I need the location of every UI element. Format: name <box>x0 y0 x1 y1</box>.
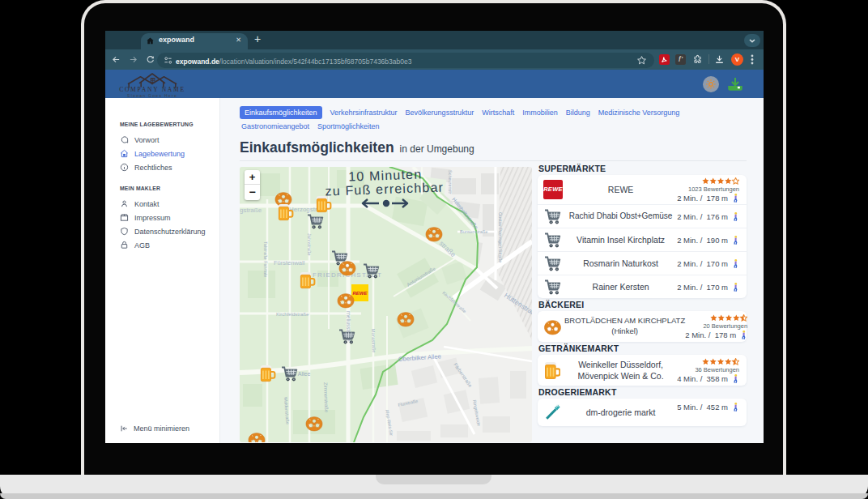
svg-text:Bunsenstraße: Bunsenstraße <box>460 229 487 234</box>
svg-text:gstraße: gstraße <box>240 207 262 214</box>
svg-text:Fürstenwall: Fürstenwall <box>274 259 305 267</box>
svg-text:Gustav-Poensgen-Straße: Gustav-Poensgen-Straße <box>498 212 503 262</box>
svg-text:Talstraße Fahrtale: Talstraße Fahrtale <box>263 241 268 277</box>
svg-text:Slogan Goes Here: Slogan Goes Here <box>127 93 177 98</box>
svg-text:Scheurenstr: Scheurenstr <box>448 170 453 194</box>
svg-text:Jahnstraße: Jahnstraße <box>307 233 312 256</box>
svg-text:Kirchfeldstraße: Kirchfeldstraße <box>276 312 309 317</box>
svg-text:REWE: REWE <box>353 291 368 296</box>
svg-text:Monastraße: Monastraße <box>371 329 377 353</box>
